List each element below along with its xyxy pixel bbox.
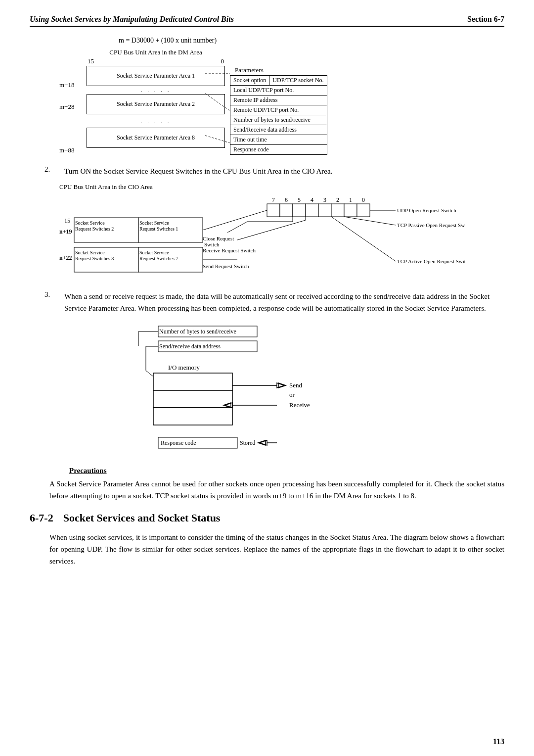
svg-text:5: 5: [298, 196, 301, 203]
cio-svg: 7 6 5 4 3 2 1 0 15 n+19 n+22 Socket Serv…: [59, 193, 465, 280]
svg-text:Number of bytes to send/receiv: Number of bytes to send/receive: [159, 328, 236, 335]
svg-text:3: 3: [323, 196, 326, 203]
svg-text:4: 4: [311, 196, 313, 203]
params-wrapper: Parameters Socket option UDP/TCP socket …: [230, 66, 327, 155]
precautions-title: Precautions: [69, 467, 504, 475]
svg-text:TCP Passive Open Request Switc: TCP Passive Open Request Switch: [397, 222, 465, 228]
header-section: Section 6-7: [467, 15, 504, 24]
svg-rect-25: [331, 204, 344, 217]
io-svg: Number of bytes to send/receive Send/rec…: [69, 321, 376, 455]
svg-text:Socket Service: Socket Service: [139, 220, 169, 226]
param-data-addr: Send/Receive data address: [230, 125, 327, 135]
svg-rect-24: [318, 204, 331, 217]
param-socket-option: Socket option: [230, 76, 269, 86]
dm-table: Socket Service Parameter Area 1 . . . . …: [87, 66, 225, 148]
params-table: Socket option UDP/TCP socket No. Local U…: [230, 75, 327, 155]
formula: m = D30000 + (100 x unit number): [119, 37, 504, 45]
svg-line-2: [205, 136, 230, 143]
cio-diagram: CPU Bus Unit Area in the CIO Area 7 6 5 …: [59, 183, 504, 282]
svg-text:Request Switches 8: Request Switches 8: [75, 256, 114, 261]
svg-marker-66: [278, 383, 286, 388]
params-label: Parameters: [235, 66, 327, 74]
page-header: Using Socket Services by Manipulating De…: [30, 15, 504, 27]
header-title: Using Socket Services by Manipulating De…: [30, 15, 234, 24]
svg-line-63: [146, 371, 153, 377]
param-bytes: Number of bytes to send/receive: [230, 115, 327, 125]
param-response: Response code: [230, 145, 327, 155]
dm-labels: m+18 m+28 m+88: [59, 48, 87, 156]
svg-text:TCP Active Open Request Switch: TCP Active Open Request Switch: [397, 258, 465, 264]
svg-text:6: 6: [285, 196, 288, 203]
label-m28: m+28: [59, 96, 87, 118]
svg-text:Socket Service: Socket Service: [75, 250, 105, 255]
svg-text:Response code: Response code: [161, 439, 196, 446]
svg-rect-26: [344, 204, 357, 217]
svg-line-28: [203, 210, 267, 230]
svg-text:n+22: n+22: [59, 254, 72, 261]
label-m18: m+18: [59, 74, 87, 96]
connector-svg: [205, 66, 230, 165]
svg-rect-27: [357, 204, 370, 217]
step3-number: 3.: [44, 290, 59, 314]
svg-text:Close Request: Close Request: [203, 236, 234, 241]
dots-2: . . . . .: [87, 114, 225, 128]
section-672-number: 6-7-2: [30, 512, 53, 524]
cpu-area-label: CPU Bus Unit Area in the DM Area: [87, 48, 225, 56]
svg-text:0: 0: [362, 196, 365, 203]
svg-rect-20: [267, 204, 280, 217]
svg-text:or: or: [289, 391, 295, 398]
svg-rect-21: [280, 204, 293, 217]
svg-text:Socket Service: Socket Service: [139, 250, 169, 255]
svg-text:Socket Service: Socket Service: [75, 220, 105, 226]
svg-rect-23: [306, 204, 318, 217]
dots-1: . . . . .: [87, 86, 225, 94]
section-672-body: When using socket services, it is import…: [49, 531, 504, 567]
param-timeout: Time out time: [230, 135, 327, 145]
step2: 2. Turn ON the Socket Service Request Sw…: [44, 165, 504, 177]
io-diagram: Number of bytes to send/receive Send/rec…: [69, 321, 504, 457]
label-m88: m+88: [59, 118, 87, 156]
section-672-heading: 6-7-2 Socket Services and Socket Status: [30, 512, 504, 524]
svg-rect-22: [293, 204, 306, 217]
svg-text:Request Switches 7: Request Switches 7: [139, 256, 178, 261]
param-remote-ip: Remote IP address: [230, 95, 327, 105]
step2-text: Turn ON the Socket Service Request Switc…: [64, 165, 332, 177]
svg-text:15: 15: [64, 217, 70, 224]
svg-text:Request Switches 1: Request Switches 1: [139, 226, 178, 232]
svg-text:Send/receive data address: Send/receive data address: [159, 343, 221, 350]
svg-text:UDP Open Request Switch: UDP Open Request Switch: [397, 207, 456, 213]
svg-line-41: [237, 220, 306, 240]
svg-marker-78: [258, 440, 266, 445]
area-8: Socket Service Parameter Area 8: [87, 128, 225, 148]
step2-number: 2.: [44, 165, 59, 177]
svg-text:n+19: n+19: [59, 228, 72, 235]
svg-line-31: [344, 217, 396, 225]
svg-text:Send: Send: [289, 381, 303, 389]
svg-text:Switch: Switch: [204, 241, 220, 247]
svg-text:Send Request Switch: Send Request Switch: [203, 263, 249, 269]
section-672-title: Socket Services and Socket Status: [63, 512, 221, 524]
svg-line-1: [205, 94, 230, 111]
precautions-section: Precautions A Socket Service Parameter A…: [49, 467, 504, 502]
dm-table-wrapper: CPU Bus Unit Area in the DM Area 15 0 So…: [87, 48, 225, 148]
svg-text:2: 2: [336, 196, 339, 203]
svg-rect-61: [153, 390, 232, 408]
svg-text:7: 7: [272, 196, 275, 203]
svg-rect-60: [153, 373, 232, 390]
page-number: 113: [493, 737, 504, 746]
area-1: Socket Service Parameter Area 1: [87, 66, 225, 86]
svg-text:Receive: Receive: [289, 401, 310, 409]
bit-numbers: 15 0: [87, 57, 225, 65]
param-remote-port: Remote UDP/TCP port No.: [230, 105, 327, 115]
step3-text: When a send or receive request is made, …: [64, 290, 504, 314]
precautions-text: A Socket Service Parameter Area cannot b…: [49, 478, 504, 502]
svg-text:Stored: Stored: [240, 439, 255, 446]
param-local-port: Local UDP/TCP port No.: [230, 86, 327, 95]
svg-text:Request Switches 2: Request Switches 2: [75, 226, 114, 232]
svg-text:Receive Request Switch: Receive Request Switch: [203, 247, 256, 253]
svg-text:1: 1: [349, 196, 352, 203]
svg-line-37: [227, 222, 247, 233]
area-2: Socket Service Parameter Area 2: [87, 94, 225, 114]
cio-label: CPU Bus Unit Area in the CIO Area: [59, 183, 504, 191]
svg-text:I/O memory: I/O memory: [168, 364, 200, 371]
